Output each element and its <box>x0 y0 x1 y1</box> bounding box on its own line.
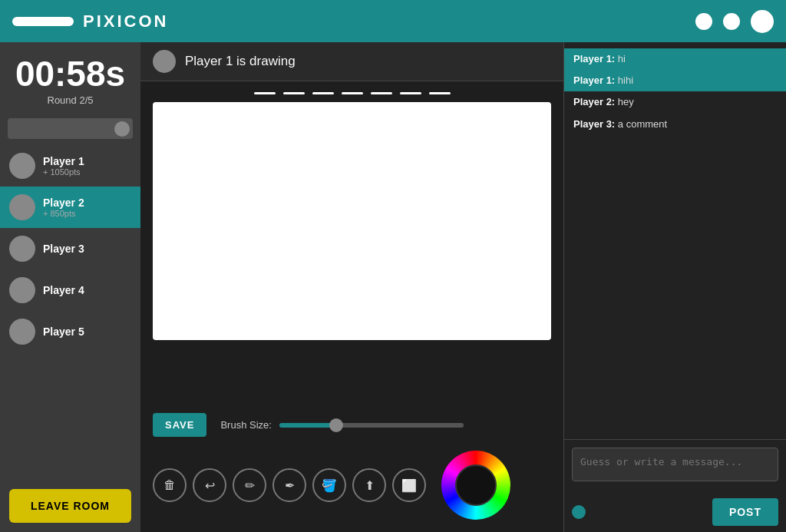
player-pts-2: + 850pts <box>43 209 84 218</box>
word-dash-2 <box>312 92 334 94</box>
app-title: PIXICON <box>83 12 695 31</box>
circle-1[interactable] <box>695 13 712 30</box>
chat-sender-1: Player 1: <box>573 74 618 86</box>
chat-text-1: hihi <box>618 74 633 86</box>
chat-text-3: a comment <box>618 118 667 130</box>
tools-row: 🗑↩✏✒🪣⬆⬜ <box>140 444 563 532</box>
word-dash-6 <box>429 92 451 94</box>
color-wheel-inner <box>455 464 497 506</box>
chat-text-0: hi <box>618 53 626 64</box>
undo-icon[interactable]: ↩ <box>193 468 226 502</box>
chat-sender-2: Player 2: <box>573 96 618 107</box>
sidebar: 00:58s Round 2/5 Player 1+ 1050ptsPlayer… <box>0 42 140 532</box>
player-item-2[interactable]: Player 2+ 850pts <box>0 187 140 228</box>
player-name-2: Player 2 <box>43 197 84 209</box>
player-pts-1: + 1050pts <box>43 167 84 177</box>
word-hint-area <box>140 81 563 102</box>
search-button[interactable] <box>114 121 130 137</box>
player-name-4: Player 4 <box>43 284 84 296</box>
chat-input[interactable] <box>572 448 778 481</box>
drawing-canvas[interactable] <box>153 102 551 340</box>
player-item-1[interactable]: Player 1+ 1050pts <box>0 145 140 187</box>
chat-message-0: Player 1: hi <box>564 48 786 70</box>
brush-size-label: Brush Size: <box>220 419 271 431</box>
timer-display: 00:58s <box>9 56 131 91</box>
player-item-3[interactable]: Player 3 <box>0 228 140 269</box>
online-indicator <box>572 505 586 519</box>
player-name-1: Player 1 <box>43 155 84 167</box>
chat-bottom: POST <box>564 492 786 532</box>
search-box <box>8 118 133 139</box>
player-avatar-2 <box>9 194 35 220</box>
word-dash-1 <box>283 92 305 94</box>
drawing-status: Player 1 is drawing <box>185 54 296 69</box>
pen-icon[interactable]: ✒ <box>272 468 306 502</box>
round-display: Round 2/5 <box>9 94 131 106</box>
brush-size-slider[interactable] <box>279 423 464 428</box>
word-dash-4 <box>371 92 392 94</box>
chat-messages: Player 1: hiPlayer 1: hihiPlayer 2: heyP… <box>564 42 786 439</box>
fill-icon[interactable]: 🪣 <box>312 468 346 502</box>
chat-sender-0: Player 1: <box>573 53 618 64</box>
upload-icon[interactable]: ⬆ <box>352 468 386 502</box>
player-item-5[interactable]: Player 5 <box>0 311 140 352</box>
chat-text-2: hey <box>618 96 634 107</box>
player-name-3: Player 3 <box>43 243 84 255</box>
color-wheel[interactable] <box>441 451 510 520</box>
chat-message-1: Player 1: hihi <box>564 70 786 91</box>
eraser-icon[interactable]: ⬜ <box>392 468 426 502</box>
center-content: Player 1 is drawing SAVE Brush Size: 🗑↩✏… <box>140 42 563 532</box>
header-circles <box>695 10 774 33</box>
chat-input-area <box>564 439 786 492</box>
save-button[interactable]: SAVE <box>153 413 206 437</box>
chat-sender-3: Player 3: <box>573 118 618 130</box>
circle-3[interactable] <box>751 10 774 33</box>
player-avatar-1 <box>9 153 35 179</box>
chat-panel: Player 1: hiPlayer 1: hihiPlayer 2: heyP… <box>563 42 786 532</box>
drawing-player-avatar <box>153 50 176 73</box>
chat-message-3: Player 3: a comment <box>564 114 786 135</box>
player-name-5: Player 5 <box>43 325 84 338</box>
player-avatar-5 <box>9 319 35 345</box>
logo-bar <box>12 17 74 26</box>
header: PIXICON <box>0 0 786 42</box>
timer-section: 00:58s Round 2/5 <box>0 42 140 112</box>
drawing-header: Player 1 is drawing <box>140 42 563 81</box>
toolbar: SAVE Brush Size: <box>140 405 563 444</box>
main-layout: 00:58s Round 2/5 Player 1+ 1050ptsPlayer… <box>0 42 786 532</box>
leave-room-button[interactable]: LEAVE ROOM <box>9 489 131 523</box>
word-dash-5 <box>400 92 421 94</box>
chat-message-2: Player 2: hey <box>564 91 786 113</box>
player-list: Player 1+ 1050ptsPlayer 2+ 850ptsPlayer … <box>0 145 140 480</box>
player-avatar-4 <box>9 277 35 303</box>
word-dash-3 <box>342 92 363 94</box>
post-button[interactable]: POST <box>712 498 778 526</box>
circle-2[interactable] <box>723 13 740 30</box>
canvas-wrapper <box>153 102 551 405</box>
pencil-icon[interactable]: ✏ <box>233 468 266 502</box>
word-dash-0 <box>254 92 276 94</box>
trash-icon[interactable]: 🗑 <box>153 468 187 502</box>
player-item-4[interactable]: Player 4 <box>0 269 140 311</box>
player-avatar-3 <box>9 236 35 262</box>
